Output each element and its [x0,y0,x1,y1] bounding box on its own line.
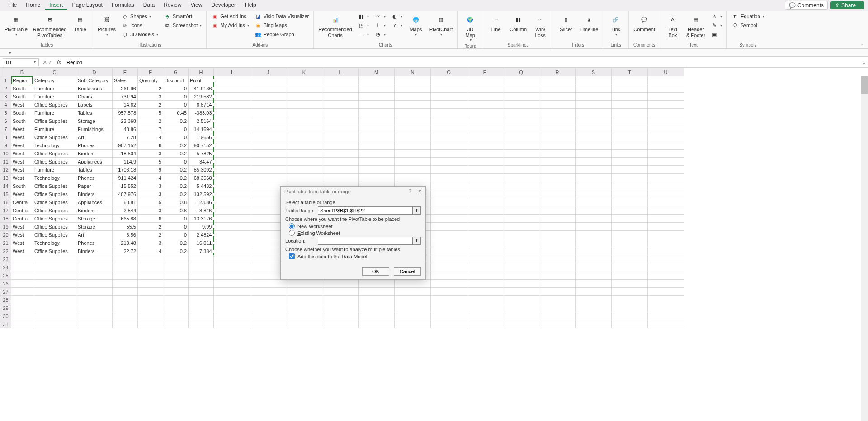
cell[interactable] [576,133,612,141]
cell[interactable]: 219.582 [189,93,214,101]
cell[interactable] [322,158,359,166]
cell[interactable] [431,296,467,304]
menu-tab-file[interactable]: File [4,0,21,10]
cell[interactable]: South [11,109,33,117]
cell[interactable] [138,320,163,328]
cell[interactable]: 0.8 [163,206,189,215]
cell[interactable]: Binders [76,247,113,255]
cell[interactable]: West [11,239,33,247]
cell[interactable] [612,263,648,271]
cancel-formula-icon[interactable]: ✕ [42,59,47,65]
people-graph-button[interactable]: 👥People Graph [253,30,311,38]
cell[interactable] [322,93,359,101]
cell[interactable] [214,320,250,328]
row-header[interactable]: 6 [0,117,11,125]
cell[interactable] [189,320,214,328]
cell[interactable]: 7.28 [113,133,138,141]
chart-col-button[interactable]: ▮▮▾ [356,12,371,20]
cell[interactable] [431,150,467,158]
cell[interactable] [539,93,576,101]
row-header[interactable]: 12 [0,166,11,174]
cell[interactable] [576,101,612,109]
cell[interactable]: Office Supplies [33,190,76,198]
cell[interactable] [76,320,113,328]
cell[interactable] [648,166,684,174]
cell[interactable]: 6.8714 [189,101,214,109]
cell[interactable] [395,158,431,166]
cell[interactable] [113,255,138,263]
row-header[interactable]: 21 [0,239,11,247]
cell[interactable] [648,190,684,198]
cell[interactable] [33,296,76,304]
row-header[interactable]: 13 [0,174,11,182]
cell[interactable] [503,101,539,109]
cell[interactable] [539,117,576,125]
cell[interactable] [214,182,250,190]
cell[interactable]: West [11,133,33,141]
cell[interactable] [286,296,322,304]
cell[interactable] [648,263,684,271]
row-header[interactable]: 16 [0,198,11,206]
formula-input[interactable] [64,59,860,66]
cell[interactable] [503,76,539,84]
cell[interactable] [395,101,431,109]
cell[interactable]: West [11,158,33,166]
cell[interactable] [214,166,250,174]
cell[interactable] [163,296,189,304]
cell[interactable]: 9 [138,166,163,174]
cell[interactable] [395,117,431,125]
cell[interactable] [467,101,503,109]
cell[interactable]: 6 [138,215,163,223]
cell[interactable]: Storage [76,215,113,223]
cell[interactable] [113,280,138,288]
cell[interactable] [395,280,431,288]
cell[interactable]: Furniture [33,109,76,117]
cell[interactable] [189,304,214,312]
cell[interactable]: 0 [163,84,189,93]
cell[interactable]: Phones [76,174,113,182]
cell[interactable] [539,206,576,215]
cell[interactable] [76,255,113,263]
cell[interactable] [503,288,539,296]
cell[interactable]: 4 [138,174,163,182]
cell[interactable] [138,271,163,280]
cell[interactable] [576,263,612,271]
cell[interactable]: 55.5 [113,223,138,231]
bing-maps-button[interactable]: ◉Bing Maps [253,21,311,29]
cell[interactable]: 3 [138,93,163,101]
col-header-M[interactable]: M [359,68,395,76]
cell[interactable] [286,150,322,158]
cell[interactable]: South [11,84,33,93]
cell[interactable] [539,271,576,280]
cell[interactable] [113,263,138,271]
cell[interactable]: 5 [138,198,163,206]
cell[interactable] [539,288,576,296]
cell[interactable] [250,304,286,312]
cell[interactable] [322,84,359,93]
cell[interactable]: Binders [76,190,113,198]
link-button[interactable]: 🔗Link▾ [606,12,626,37]
cell[interactable] [322,320,359,328]
menu-tab-page-layout[interactable]: Page Layout [67,0,107,10]
cell[interactable] [539,296,576,304]
cell[interactable]: Office Supplies [33,182,76,190]
cell[interactable] [286,280,322,288]
cell[interactable] [648,223,684,231]
cell[interactable]: 3 [138,206,163,215]
cell[interactable] [113,312,138,320]
cell[interactable] [503,84,539,93]
cell[interactable] [33,263,76,271]
cell[interactable]: 15.552 [113,182,138,190]
cell[interactable] [612,125,648,133]
cell[interactable] [612,158,648,166]
cell[interactable] [395,109,431,117]
row-header[interactable]: 30 [0,312,11,320]
cell[interactable]: Furniture [33,125,76,133]
cell[interactable] [395,174,431,182]
cell[interactable] [431,255,467,263]
menu-tab-help[interactable]: Help [241,0,261,10]
col-header-R[interactable]: R [539,68,576,76]
cell[interactable] [539,239,576,247]
cell[interactable]: Phones [76,239,113,247]
cell[interactable]: 68.81 [113,198,138,206]
